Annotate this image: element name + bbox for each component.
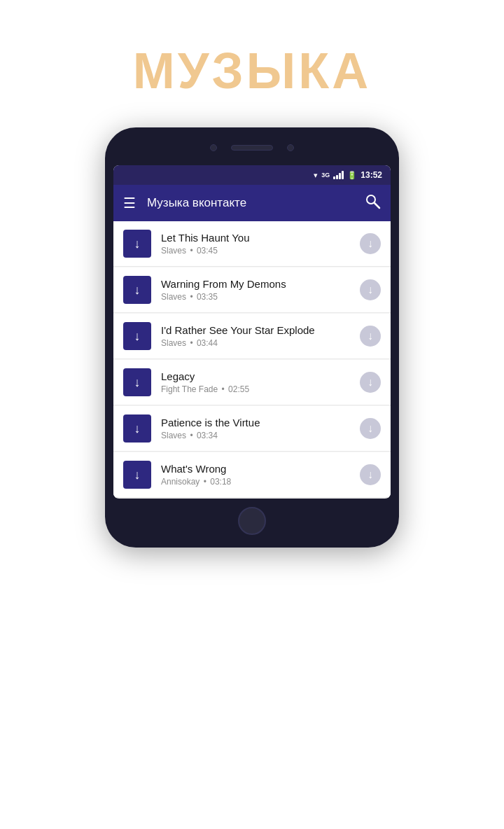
download-button[interactable]: ↓ xyxy=(123,322,151,350)
track-list: ↓ Let This Haunt You Slaves • 03:45 ↓ ↓ … xyxy=(113,221,391,498)
download-button[interactable]: ↓ xyxy=(123,415,151,443)
signal-bar-1 xyxy=(333,176,335,179)
download-button[interactable]: ↓ xyxy=(123,461,151,489)
phone-top xyxy=(113,140,391,158)
add-arrow-icon: ↓ xyxy=(368,238,373,249)
track-title: I'd Rather See Your Star Explode xyxy=(161,324,360,336)
svg-line-1 xyxy=(374,203,379,208)
add-arrow-icon: ↓ xyxy=(368,284,373,295)
status-bar: ▾ 3G 🔋 13:52 xyxy=(113,165,391,185)
track-duration: 03:18 xyxy=(210,477,231,487)
phone-screen: ▾ 3G 🔋 13:52 ☰ Музыка вконтакте xyxy=(113,165,391,499)
track-item: ↓ Warning From My Demons Slaves • 03:35 … xyxy=(113,267,391,313)
track-duration: 03:45 xyxy=(197,246,218,256)
track-info: Let This Haunt You Slaves • 03:45 xyxy=(161,232,360,256)
track-title: Warning From My Demons xyxy=(161,278,360,290)
dot-separator: • xyxy=(190,292,195,302)
download-button[interactable]: ↓ xyxy=(123,230,151,258)
track-artist: Annisokay xyxy=(161,477,200,487)
track-item: ↓ I'd Rather See Your Star Explode Slave… xyxy=(113,314,391,359)
signal-bars xyxy=(333,171,344,179)
add-to-music-button[interactable]: ↓ xyxy=(360,418,381,439)
dot-separator: • xyxy=(190,246,195,256)
page-title: МУЗЫКА xyxy=(133,42,371,99)
track-info: Legacy Fight The Fade • 02:55 xyxy=(161,370,360,394)
app-title: Музыка вконтакте xyxy=(147,196,364,210)
add-to-music-button[interactable]: ↓ xyxy=(360,464,381,485)
track-duration: 03:34 xyxy=(197,431,218,440)
download-arrow-icon: ↓ xyxy=(134,237,141,250)
add-arrow-icon: ↓ xyxy=(368,330,373,342)
add-to-music-button[interactable]: ↓ xyxy=(360,233,381,254)
track-item: ↓ Legacy Fight The Fade • 02:55 ↓ xyxy=(113,360,391,405)
camera-dot-2 xyxy=(287,144,294,151)
track-duration: 02:55 xyxy=(228,384,249,394)
battery-icon: 🔋 xyxy=(347,171,357,180)
status-time: 13:52 xyxy=(360,170,382,180)
add-arrow-icon: ↓ xyxy=(368,469,373,480)
download-arrow-icon: ↓ xyxy=(134,422,141,435)
track-title: Legacy xyxy=(161,370,360,382)
track-artist: Slaves xyxy=(161,292,186,302)
track-info: Warning From My Demons Slaves • 03:35 xyxy=(161,278,360,302)
track-title: Patience is the Virtue xyxy=(161,417,360,429)
track-info: What's Wrong Annisokay • 03:18 xyxy=(161,463,360,487)
status-icons: ▾ 3G 🔋 13:52 xyxy=(314,170,382,180)
download-button[interactable]: ↓ xyxy=(123,368,151,396)
track-artist: Slaves xyxy=(161,338,186,348)
phone-device: ▾ 3G 🔋 13:52 ☰ Музыка вконтакте xyxy=(105,127,399,548)
track-meta: Slaves • 03:34 xyxy=(161,431,360,440)
track-item: ↓ What's Wrong Annisokay • 03:18 ↓ xyxy=(113,452,391,498)
download-arrow-icon: ↓ xyxy=(134,330,141,342)
dot-separator: • xyxy=(222,384,227,394)
track-item: ↓ Patience is the Virtue Slaves • 03:34 … xyxy=(113,406,391,452)
dot-separator: • xyxy=(190,431,195,440)
track-meta: Slaves • 03:44 xyxy=(161,338,360,348)
track-artist: Fight The Fade xyxy=(161,384,218,394)
track-title: What's Wrong xyxy=(161,463,360,475)
hamburger-icon[interactable]: ☰ xyxy=(123,196,136,210)
add-arrow-icon: ↓ xyxy=(368,423,373,434)
add-arrow-icon: ↓ xyxy=(368,377,373,388)
dot-separator: • xyxy=(204,477,209,487)
track-meta: Slaves • 03:35 xyxy=(161,292,360,302)
dot-separator: • xyxy=(190,338,195,348)
add-to-music-button[interactable]: ↓ xyxy=(360,326,381,347)
add-to-music-button[interactable]: ↓ xyxy=(360,372,381,393)
download-arrow-icon: ↓ xyxy=(134,284,141,296)
track-artist: Slaves xyxy=(161,431,186,440)
add-to-music-button[interactable]: ↓ xyxy=(360,279,381,300)
home-button[interactable] xyxy=(238,507,266,535)
download-arrow-icon: ↓ xyxy=(134,468,141,481)
track-meta: Annisokay • 03:18 xyxy=(161,477,360,487)
download-button[interactable]: ↓ xyxy=(123,276,151,304)
track-artist: Slaves xyxy=(161,246,186,256)
signal-bar-2 xyxy=(336,175,338,179)
signal-bar-4 xyxy=(342,171,344,179)
track-info: I'd Rather See Your Star Explode Slaves … xyxy=(161,324,360,348)
download-arrow-icon: ↓ xyxy=(134,376,141,389)
track-info: Patience is the Virtue Slaves • 03:34 xyxy=(161,417,360,440)
app-header: ☰ Музыка вконтакте xyxy=(113,185,391,221)
phone-bottom xyxy=(113,507,391,535)
wifi-icon: ▾ xyxy=(314,171,318,180)
track-duration: 03:44 xyxy=(197,338,218,348)
track-duration: 03:35 xyxy=(197,292,218,302)
camera-dot xyxy=(210,144,217,151)
track-title: Let This Haunt You xyxy=(161,232,360,244)
speaker-slot xyxy=(231,145,273,151)
threeg-label: 3G xyxy=(321,172,330,179)
signal-bar-3 xyxy=(339,173,341,179)
track-meta: Slaves • 03:45 xyxy=(161,246,360,256)
track-meta: Fight The Fade • 02:55 xyxy=(161,384,360,394)
track-item: ↓ Let This Haunt You Slaves • 03:45 ↓ xyxy=(113,221,391,267)
search-icon[interactable] xyxy=(364,193,381,214)
